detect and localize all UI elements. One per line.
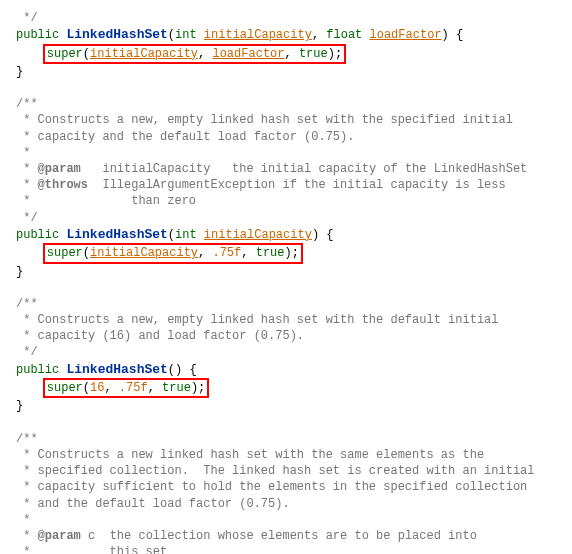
sep: , [312, 28, 326, 42]
arg: loadFactor [212, 47, 284, 61]
anno-param: @param [38, 162, 81, 176]
comment: * [16, 512, 556, 528]
c: * [16, 529, 38, 543]
p-type: float [326, 28, 362, 42]
c: IllegalArgumentException if the initial … [88, 178, 506, 192]
super-call-3: super(16, .75f, true); [16, 378, 556, 398]
paren: ( [83, 246, 90, 260]
comment: /** [16, 431, 556, 447]
blank [16, 415, 556, 431]
sep: , [104, 381, 118, 395]
c: * [16, 162, 38, 176]
kw-public: public [16, 228, 66, 242]
arg: initialCapacity [90, 47, 198, 61]
c: c the collection whose elements are to b… [81, 529, 477, 543]
type-name: LinkedHashSet [66, 27, 167, 42]
arg: .75f [119, 381, 148, 395]
comment: * this set [16, 544, 556, 554]
paren-open: ( [168, 28, 175, 42]
comment: * capacity and the default load factor (… [16, 129, 556, 145]
p-type: int [175, 228, 197, 242]
highlight-box: super(initialCapacity, .75f, true); [43, 243, 303, 263]
comment: * @throws IllegalArgumentException if th… [16, 177, 556, 193]
p-type: int [175, 28, 197, 42]
p-name: initialCapacity [204, 228, 312, 242]
anno-throws: @throws [38, 178, 88, 192]
paren: ( [83, 381, 90, 395]
blank [16, 80, 556, 96]
paren-open: ( [168, 228, 175, 242]
highlight-box: super(16, .75f, true); [43, 378, 209, 398]
comment: * Constructs a new, empty linked hash se… [16, 312, 556, 328]
paren-open: ( [168, 363, 175, 377]
kw-super: super [47, 47, 83, 61]
comment: * specified collection. The linked hash … [16, 463, 556, 479]
comment-end: */ [16, 10, 556, 26]
p-name: initialCapacity [204, 28, 312, 42]
brace: } [16, 264, 556, 280]
comment: */ [16, 210, 556, 226]
comment: * than zero [16, 193, 556, 209]
super-call-1: super(initialCapacity, loadFactor, true)… [16, 44, 556, 64]
p-name: loadFactor [370, 28, 442, 42]
paren: ); [285, 246, 299, 260]
comment: * @param c the collection whose elements… [16, 528, 556, 544]
type-name: LinkedHashSet [66, 362, 167, 377]
comment: * Constructs a new linked hash set with … [16, 447, 556, 463]
comment: /** [16, 296, 556, 312]
highlight-box: super(initialCapacity, loadFactor, true)… [43, 44, 346, 64]
kw-public: public [16, 363, 66, 377]
constructor-sig-3: public LinkedHashSet() { [16, 361, 556, 379]
blank [16, 280, 556, 296]
paren-close: ) { [312, 228, 334, 242]
arg: initialCapacity [90, 246, 198, 260]
constructor-sig-2: public LinkedHashSet(int initialCapacity… [16, 226, 556, 244]
paren: ); [191, 381, 205, 395]
sep: , [198, 246, 212, 260]
arg: .75f [212, 246, 241, 260]
c: * [16, 178, 38, 192]
comment: /** [16, 96, 556, 112]
comment: */ [16, 344, 556, 360]
kw-true: true [299, 47, 328, 61]
brace: } [16, 398, 556, 414]
sep: , [198, 47, 212, 61]
c: initialCapacity the initial capacity of … [81, 162, 527, 176]
comment: * and the default load factor (0.75). [16, 496, 556, 512]
anno-param: @param [38, 529, 81, 543]
comment: * capacity (16) and load factor (0.75). [16, 328, 556, 344]
comment: * Constructs a new, empty linked hash se… [16, 112, 556, 128]
comment: * [16, 145, 556, 161]
sep: , [148, 381, 162, 395]
paren: ); [328, 47, 342, 61]
kw-public: public [16, 28, 66, 42]
type-name: LinkedHashSet [66, 227, 167, 242]
sep: , [241, 246, 255, 260]
super-call-2: super(initialCapacity, .75f, true); [16, 243, 556, 263]
paren-close: ) { [175, 363, 197, 377]
comment: * capacity sufficient to hold the elemen… [16, 479, 556, 495]
paren: ( [83, 47, 90, 61]
kw-true: true [256, 246, 285, 260]
constructor-sig-1: public LinkedHashSet(int initialCapacity… [16, 26, 556, 44]
sep: , [284, 47, 298, 61]
kw-true: true [162, 381, 191, 395]
kw-super: super [47, 381, 83, 395]
comment: * @param initialCapacity the initial cap… [16, 161, 556, 177]
brace: } [16, 64, 556, 80]
paren-close: ) { [442, 28, 464, 42]
arg: 16 [90, 381, 104, 395]
kw-super: super [47, 246, 83, 260]
